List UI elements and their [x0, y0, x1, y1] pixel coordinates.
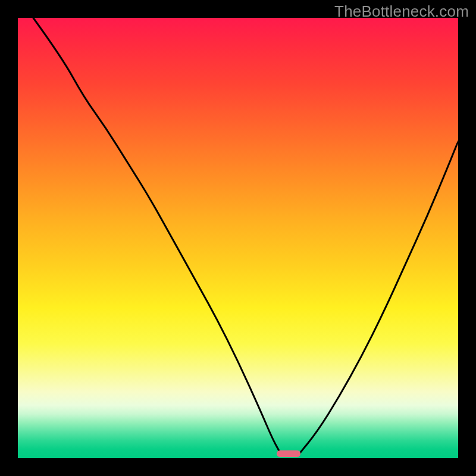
curve-path — [33, 18, 458, 456]
valley-marker — [277, 450, 301, 458]
chart-canvas-frame: TheBottleneck.com — [0, 0, 476, 476]
plot-area — [18, 18, 458, 458]
bottleneck-curve — [18, 18, 458, 458]
watermark-text: TheBottleneck.com — [334, 2, 469, 21]
